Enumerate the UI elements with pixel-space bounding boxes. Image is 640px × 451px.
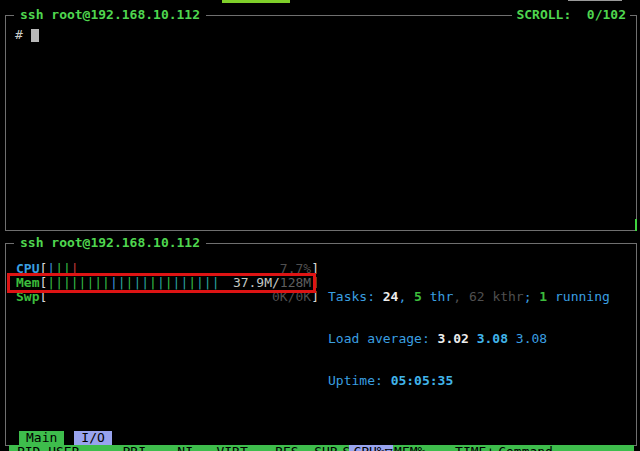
load-average-line: Load average: 3.02 3.08 3.08 [328, 332, 610, 346]
meter-bar: | [63, 276, 71, 290]
scroll-indicator: SCROLL: 0/102 [512, 8, 630, 22]
swp-meter-value: 0K/0K [272, 290, 311, 304]
col-header-cpu[interactable]: CPU%▽ [349, 445, 392, 451]
pane-focus-marker [635, 219, 637, 231]
meter-bar: | [196, 276, 204, 290]
stats-column: Tasks: 24, 5 thr, 62 kthr; 1 running Loa… [319, 262, 610, 416]
terminal-screen: ssh root@192.168.10.112 SCROLL: 0/102 # … [0, 0, 640, 451]
meter-bar: | [133, 276, 141, 290]
meter-bar: | [102, 276, 110, 290]
bracket: ] [311, 276, 319, 290]
col-header-mem[interactable]: MEM% [393, 445, 432, 451]
bracket: ] [311, 290, 319, 304]
mem-total-value: 128M [280, 276, 311, 290]
meters-column: CPU[||||7.7%] Mem[||||||||||||||||||||||… [9, 262, 319, 416]
meter-bar: | [86, 276, 94, 290]
meter-bar: | [79, 276, 87, 290]
mem-used-value: 37.9M/ [233, 276, 280, 290]
htop-view: CPU[||||7.7%] Mem[||||||||||||||||||||||… [6, 244, 636, 445]
swp-meter-label: Swp [16, 290, 39, 304]
meter-bar: | [180, 276, 188, 290]
col-header-pri[interactable]: PRI [115, 445, 146, 451]
bracket: [ [39, 290, 47, 304]
col-header-shr[interactable]: SHR [299, 445, 338, 451]
uptime-line: Uptime: 05:05:35 [328, 374, 610, 388]
mem-meter-bars: |||||||||||||||||||||| [47, 276, 233, 290]
meter-bar: | [55, 276, 63, 290]
mem-meter-label: Mem [16, 276, 39, 290]
meter-bar: | [141, 276, 149, 290]
swp-meter: Swp[0K/0K] [16, 290, 319, 304]
cpu-meter-value: 7.7% [280, 262, 311, 276]
bracket: ] [311, 262, 319, 276]
bracket: [ [39, 276, 47, 290]
bracket: [ [39, 262, 47, 276]
col-header-virt[interactable]: VIRT [193, 445, 248, 451]
swp-meter-bars [47, 290, 272, 304]
meter-bar: | [188, 276, 196, 290]
meter-bar: | [55, 262, 63, 276]
meter-bar: | [71, 276, 79, 290]
cpu-meter-label: CPU [16, 262, 39, 276]
tasks-line: Tasks: 24, 5 thr, 62 kthr; 1 running [328, 290, 610, 304]
text-cursor [31, 29, 39, 42]
col-header-user[interactable]: USER [40, 445, 114, 451]
col-header-pid[interactable]: PID [13, 445, 40, 451]
overlay-progress-line [222, 0, 290, 3]
col-header-ni[interactable]: NI [146, 445, 193, 451]
pane-top-title: ssh root@192.168.10.112 [14, 8, 206, 22]
process-table: PIDUSERPRINIVIRTRESSHRSCPU%▽MEM%TIME+Com… [9, 445, 634, 451]
cpu-meter: CPU[||||7.7%] [16, 262, 319, 276]
meter-bar: | [63, 262, 71, 276]
shell-prompt: # [15, 27, 23, 42]
htop-header-area: CPU[||||7.7%] Mem[||||||||||||||||||||||… [9, 262, 634, 416]
col-header-command[interactable]: Command [494, 445, 634, 451]
mem-meter: Mem[||||||||||||||||||||||37.9M/128M] [16, 276, 319, 290]
meter-bar: | [212, 276, 220, 290]
meter-bar: | [118, 276, 126, 290]
col-header-s[interactable]: S [338, 445, 350, 451]
meter-bar: | [47, 276, 55, 290]
cpu-meter-bars: |||| [47, 262, 280, 276]
meter-bar: | [110, 276, 118, 290]
ssh-pane-top[interactable]: ssh root@192.168.10.112 SCROLL: 0/102 # [5, 15, 637, 231]
meter-bar: | [165, 276, 173, 290]
overlay-gray-line [568, 0, 622, 1]
tab-main[interactable]: Main [19, 431, 64, 445]
meter-bar: | [204, 276, 212, 290]
col-header-time[interactable]: TIME+ [432, 445, 495, 451]
col-header-res[interactable]: RES [248, 445, 299, 451]
meter-bar: | [157, 276, 165, 290]
meter-bar: | [47, 262, 55, 276]
meter-bar: | [173, 276, 181, 290]
tab-io[interactable]: I/O [74, 431, 111, 445]
table-header-row: PIDUSERPRINIVIRTRESSHRSCPU%▽MEM%TIME+Com… [9, 445, 634, 451]
meter-bar: | [94, 276, 102, 290]
ssh-pane-bottom[interactable]: ssh root@192.168.10.112 CPU[||||7.7%] Me… [5, 243, 637, 446]
htop-tabs: MainI/O [9, 431, 634, 445]
meter-bar: | [71, 262, 79, 276]
meter-bar: | [126, 276, 134, 290]
meter-bar: | [149, 276, 157, 290]
